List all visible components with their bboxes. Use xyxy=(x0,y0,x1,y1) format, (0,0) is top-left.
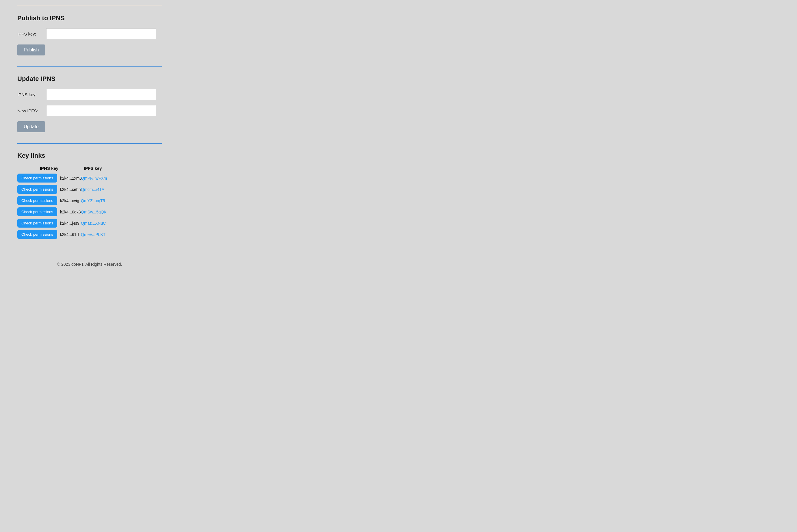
row-left-3: Check permissions k2k4...0dk3 xyxy=(17,207,81,216)
update-new-ipfs-label: New IPFS: xyxy=(17,108,46,113)
check-permissions-button-1[interactable]: Check permissions xyxy=(17,185,57,194)
table-row: Check permissions k2k4...1xm5 QmPF...wFX… xyxy=(17,174,162,183)
update-section-title: Update IPNS xyxy=(17,75,162,82)
key-links-rows: Check permissions k2k4...1xm5 QmPF...wFX… xyxy=(17,174,162,239)
footer: © 2023 doNFT, All Rights Reserved. xyxy=(17,262,162,267)
row-left-0: Check permissions k2k4...1xm5 xyxy=(17,174,81,183)
check-permissions-button-3[interactable]: Check permissions xyxy=(17,207,57,216)
update-button[interactable]: Update xyxy=(17,121,45,132)
update-new-ipfs-group: New IPFS: xyxy=(17,105,162,116)
row-left-4: Check permissions k2k4...j4s9 xyxy=(17,218,81,228)
publish-ipfs-key-input[interactable] xyxy=(46,28,156,39)
table-row: Check permissions k2k4...0dk3 QmSw...5gQ… xyxy=(17,207,162,216)
publish-section-title: Publish to IPNS xyxy=(17,15,162,22)
ipfs-key-link-0[interactable]: QmPF...wFXm xyxy=(81,176,139,180)
row-left-5: Check permissions k2k4...61rf xyxy=(17,230,81,239)
ipns-key-text-0: k2k4...1xm5 xyxy=(60,176,82,180)
update-ipns-key-input[interactable] xyxy=(46,89,156,100)
check-permissions-button-2[interactable]: Check permissions xyxy=(17,196,57,205)
ipns-key-text-1: k2k4...cehn xyxy=(60,187,81,192)
table-row: Check permissions k2k4...j4s9 Qmaz...XNu… xyxy=(17,218,162,228)
ipfs-key-link-5[interactable]: QmeV...PbKT xyxy=(81,232,139,237)
row-left-2: Check permissions k2k4...cvig xyxy=(17,196,81,205)
ipfs-key-link-3[interactable]: QmSw...5gQK xyxy=(81,210,139,214)
update-ipns-key-group: IPNS key: xyxy=(17,89,162,100)
update-ipns-key-label: IPNS key: xyxy=(17,92,46,97)
ipns-key-text-5: k2k4...61rf xyxy=(60,232,79,237)
publish-ipfs-key-group: IPFS key: xyxy=(17,28,162,39)
table-row: Check permissions k2k4...cehn Qmcm...i41… xyxy=(17,185,162,194)
ipns-key-text-4: k2k4...j4s9 xyxy=(60,221,79,226)
key-links-title: Key links xyxy=(17,152,162,159)
ipfs-key-link-1[interactable]: Qmcm...i41A xyxy=(81,187,139,192)
col-header-ipns: IPNS key xyxy=(17,166,81,171)
key-links-header: IPNS key IPFS key xyxy=(17,166,162,171)
check-permissions-button-5[interactable]: Check permissions xyxy=(17,230,57,239)
row-left-1: Check permissions k2k4...cehn xyxy=(17,185,81,194)
update-new-ipfs-input[interactable] xyxy=(46,105,156,116)
table-row: Check permissions k2k4...cvig QmYZ...cqT… xyxy=(17,196,162,205)
publish-ipfs-key-label: IPFS key: xyxy=(17,32,46,36)
publish-section-divider xyxy=(17,66,162,67)
check-permissions-button-0[interactable]: Check permissions xyxy=(17,174,57,183)
ipfs-key-link-4[interactable]: Qmaz...XNuC xyxy=(81,221,139,226)
ipns-key-text-3: k2k4...0dk3 xyxy=(60,210,81,214)
top-divider xyxy=(17,6,162,6)
ipns-key-text-2: k2k4...cvig xyxy=(60,198,79,203)
key-links-table: IPNS key IPFS key Check permissions k2k4… xyxy=(17,166,162,239)
check-permissions-button-4[interactable]: Check permissions xyxy=(17,218,57,228)
col-header-ipfs: IPFS key xyxy=(81,166,139,171)
publish-button[interactable]: Publish xyxy=(17,44,45,55)
table-row: Check permissions k2k4...61rf QmeV...PbK… xyxy=(17,230,162,239)
ipfs-key-link-2[interactable]: QmYZ...cqT5 xyxy=(81,198,139,203)
footer-text: © 2023 doNFT, All Rights Reserved. xyxy=(57,262,122,267)
update-section-divider xyxy=(17,143,162,144)
